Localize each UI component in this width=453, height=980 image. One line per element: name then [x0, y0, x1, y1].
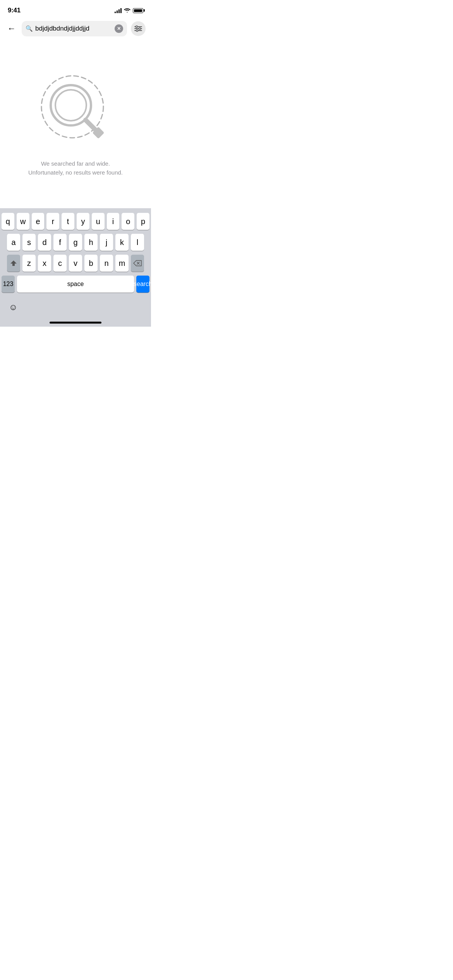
backspace-key[interactable] — [131, 255, 144, 272]
key-m[interactable]: m — [115, 255, 129, 272]
key-c[interactable]: c — [53, 255, 67, 272]
status-bar: 9:41 — [0, 0, 151, 19]
no-results-illustration — [37, 71, 114, 149]
key-d[interactable]: d — [38, 234, 51, 251]
key-f[interactable]: f — [53, 234, 67, 251]
search-input-wrapper[interactable]: 🔍 bdjdjdbdndjdjjddjjd ✕ — [22, 21, 127, 36]
key-i[interactable]: i — [107, 213, 120, 230]
back-button[interactable]: ← — [5, 22, 18, 35]
key-h[interactable]: h — [84, 234, 98, 251]
space-key[interactable]: space — [17, 276, 134, 293]
signal-icon — [115, 8, 122, 13]
key-n[interactable]: n — [100, 255, 113, 272]
search-bar-row: ← 🔍 bdjdjdbdndjdjjddjjd ✕ — [0, 19, 151, 40]
shift-key[interactable] — [7, 255, 20, 272]
keyboard-row-4: 123 space search — [2, 276, 149, 296]
key-z[interactable]: z — [22, 255, 36, 272]
empty-message: We searched far and wide. Unfortunately,… — [25, 159, 126, 177]
filter-button[interactable] — [131, 21, 146, 36]
status-time: 9:41 — [8, 7, 21, 14]
empty-state: We searched far and wide. Unfortunately,… — [0, 48, 151, 192]
clear-button[interactable]: ✕ — [115, 24, 123, 33]
key-x[interactable]: x — [38, 255, 51, 272]
keyboard-row-3: z x c v b n m — [2, 255, 149, 272]
key-l[interactable]: l — [131, 234, 144, 251]
home-indicator — [50, 322, 101, 324]
key-a[interactable]: a — [7, 234, 20, 251]
key-j[interactable]: j — [100, 234, 113, 251]
key-o[interactable]: o — [122, 213, 134, 230]
status-icons — [115, 8, 143, 13]
wifi-icon — [124, 8, 130, 13]
svg-point-8 — [55, 90, 86, 121]
key-r[interactable]: r — [46, 213, 59, 230]
emoji-button[interactable]: ☺ — [5, 299, 22, 316]
search-icon: 🔍 — [26, 25, 33, 32]
key-w[interactable]: w — [17, 213, 29, 230]
search-key[interactable]: search — [136, 276, 149, 293]
key-u[interactable]: u — [92, 213, 105, 230]
key-p[interactable]: p — [137, 213, 149, 230]
keyboard-row-1: q w e r t y u i o p — [2, 213, 149, 230]
filter-icon — [134, 26, 142, 32]
keyboard-row-2: a s d f g h j k l — [2, 234, 149, 251]
key-e[interactable]: e — [32, 213, 45, 230]
key-q[interactable]: q — [2, 213, 14, 230]
svg-point-3 — [136, 26, 138, 28]
key-k[interactable]: k — [115, 234, 129, 251]
key-y[interactable]: y — [77, 213, 89, 230]
key-t[interactable]: t — [62, 213, 74, 230]
numbers-key[interactable]: 123 — [2, 276, 15, 293]
key-b[interactable]: b — [84, 255, 98, 272]
svg-point-5 — [136, 30, 138, 32]
battery-icon — [133, 8, 143, 13]
key-s[interactable]: s — [22, 234, 36, 251]
back-arrow-icon: ← — [7, 24, 16, 33]
svg-point-4 — [139, 28, 141, 30]
search-input[interactable]: bdjdjdbdndjdjjddjjd — [35, 25, 112, 33]
keyboard: q w e r t y u i o p a s d f g h j k l z … — [0, 208, 151, 327]
key-g[interactable]: g — [69, 234, 82, 251]
clear-icon: ✕ — [117, 26, 121, 31]
key-v[interactable]: v — [69, 255, 82, 272]
